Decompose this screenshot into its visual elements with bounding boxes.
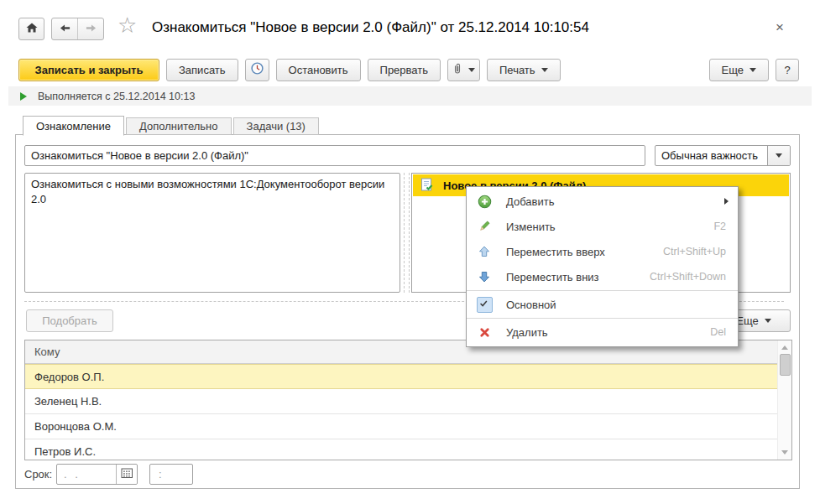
menu-item-add[interactable]: Добавить <box>467 189 738 214</box>
tab-oznakomlenie[interactable]: Ознакомление <box>23 116 124 136</box>
history-nav <box>51 18 104 40</box>
more-button[interactable]: Еще <box>709 59 769 81</box>
recipient-name: Зеленец Н.В. <box>34 395 102 408</box>
subject-input[interactable] <box>24 145 645 166</box>
attachments-menu-button[interactable] <box>447 59 480 81</box>
importance-dropdown-button[interactable] <box>767 146 790 165</box>
scroll-down-icon[interactable] <box>781 450 788 455</box>
move-down-icon <box>476 268 493 285</box>
tab-dopolnitelno[interactable]: Дополнительно <box>126 117 232 135</box>
recipient-name: Федоров О.П. <box>34 371 104 383</box>
menu-item-label: Основной <box>506 299 556 311</box>
delete-icon <box>476 324 493 340</box>
menu-item-delete[interactable]: Удалить Del <box>467 320 738 345</box>
tab-strip: Ознакомление Дополнительно Задачи (13) <box>23 116 321 135</box>
recipients-table: Кому Федоров О.П. Зеленец Н.В. Воронцова… <box>24 340 792 460</box>
window-title: Ознакомиться "Новое в версии 2.0 (Файл)"… <box>152 19 589 36</box>
main-toolbar: Записать и закрыть Записать Остановить П… <box>0 58 820 81</box>
menu-item-label: Удалить <box>506 326 548 339</box>
home-icon <box>25 22 39 36</box>
interrupt-button[interactable]: Прервать <box>368 59 441 81</box>
print-label: Печать <box>499 64 535 76</box>
file-document-icon <box>413 178 433 194</box>
menu-item-label: Переместить вверх <box>506 246 605 258</box>
chevron-down-icon <box>765 319 771 323</box>
table-row[interactable]: Федоров О.П. <box>25 364 791 389</box>
task-form-window: ☆ Ознакомиться "Новое в версии 2.0 (Файл… <box>0 0 820 504</box>
clock-icon <box>250 61 264 78</box>
menu-separator <box>467 290 738 291</box>
add-icon <box>476 193 493 210</box>
execution-status-bar: Выполняется с 25.12.2014 10:13 <box>8 86 812 106</box>
pick-recipients-button[interactable]: Подобрать <box>26 309 113 332</box>
back-arrow-icon <box>59 23 71 36</box>
more-label: Еще <box>722 64 744 76</box>
table-row[interactable]: Петров И.С. <box>25 439 791 460</box>
description-textarea[interactable]: Ознакомиться с новыми возможностями 1С:Д… <box>24 173 400 293</box>
chevron-down-icon <box>541 68 548 72</box>
favorite-star-icon[interactable]: ☆ <box>118 14 137 36</box>
table-scrollbar[interactable] <box>777 340 791 460</box>
calendar-icon <box>121 468 133 481</box>
chevron-down-icon <box>749 68 756 72</box>
titlebar: ☆ Ознакомиться "Новое в версии 2.0 (Файл… <box>0 0 820 34</box>
menu-item-edit[interactable]: Изменить F2 <box>467 214 738 239</box>
importance-value: Обычная важность <box>655 149 767 162</box>
menu-item-label: Переместить вниз <box>506 271 599 283</box>
close-icon[interactable]: × <box>776 20 784 34</box>
back-button[interactable] <box>52 18 78 39</box>
timekeeping-button[interactable] <box>245 59 269 81</box>
table-row[interactable]: Воронцова О.М. <box>25 414 791 439</box>
date-mask-value: . . <box>57 468 116 481</box>
menu-separator <box>467 318 738 319</box>
menu-shortcut: F2 <box>713 221 726 232</box>
time-mask-value: : <box>150 468 162 481</box>
help-button[interactable]: ? <box>776 59 799 81</box>
chevron-down-icon <box>776 153 782 158</box>
edit-icon <box>476 218 493 235</box>
menu-item-label: Добавить <box>506 195 554 208</box>
deadline-label: Срок: <box>24 468 52 481</box>
deadline-time-input[interactable]: : <box>149 464 193 485</box>
print-button[interactable]: Печать <box>487 59 561 81</box>
recipient-name: Воронцова О.М. <box>34 420 117 433</box>
forward-arrow-icon <box>85 23 97 36</box>
recipient-name: Петров И.С. <box>34 445 96 458</box>
running-play-icon <box>20 92 27 101</box>
menu-shortcut: Ctrl+Shift+Down <box>650 271 726 283</box>
checkmark-icon <box>476 296 493 313</box>
importance-select[interactable]: Обычная важность <box>655 145 791 166</box>
move-up-icon <box>476 243 493 260</box>
context-menu: Добавить Изменить F2 Переместить <box>466 186 739 347</box>
calendar-picker-button[interactable] <box>116 465 137 484</box>
home-button[interactable] <box>18 18 44 40</box>
menu-item-main-toggle[interactable]: Основной <box>467 292 738 317</box>
menu-shortcut: Del <box>710 326 726 338</box>
submenu-arrow-icon <box>724 198 729 205</box>
forward-button[interactable] <box>78 18 103 39</box>
vertical-splitter[interactable] <box>404 173 410 293</box>
chevron-down-icon <box>468 68 475 72</box>
menu-item-move-up[interactable]: Переместить вверх Ctrl+Shift+Up <box>467 239 738 264</box>
deadline-date-input[interactable]: . . <box>56 464 138 485</box>
save-button[interactable]: Записать <box>166 59 238 81</box>
scroll-up-icon[interactable] <box>781 346 788 350</box>
table-more-label: Еще <box>736 314 758 327</box>
save-and-close-button[interactable]: Записать и закрыть <box>18 59 159 81</box>
table-row[interactable]: Зеленец Н.В. <box>25 389 791 414</box>
menu-shortcut: Ctrl+Shift+Up <box>663 246 726 257</box>
scrollbar-thumb[interactable] <box>780 354 791 376</box>
menu-item-label: Изменить <box>506 221 556 233</box>
status-text: Выполняется с 25.12.2014 10:13 <box>38 91 195 102</box>
stop-button[interactable]: Остановить <box>276 59 361 81</box>
column-header-komu: Кому <box>34 346 60 358</box>
menu-item-move-down[interactable]: Переместить вниз Ctrl+Shift+Down <box>467 264 738 289</box>
tab-zadachi[interactable]: Задачи (13) <box>233 117 319 135</box>
paperclip-icon <box>452 62 462 78</box>
